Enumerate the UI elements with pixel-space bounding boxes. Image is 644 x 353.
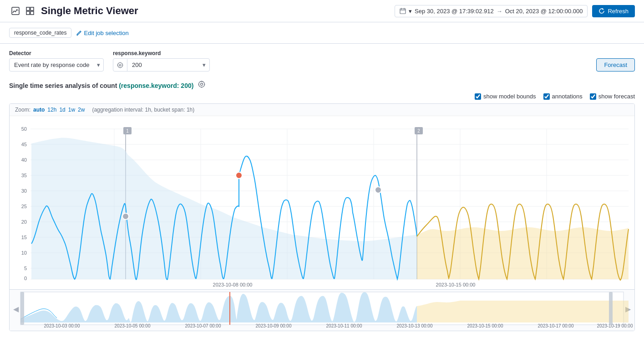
calendar-icon (400, 8, 406, 14)
refresh-button[interactable]: Refresh (592, 5, 635, 17)
svg-point-16 (199, 82, 205, 87)
chart-settings-icon[interactable] (198, 81, 205, 88)
keyword-group: response.keyword 200 ▾ (113, 50, 210, 72)
svg-text:10: 10 (21, 250, 27, 256)
controls-row: Detector Event rate by response code ▾ r… (9, 50, 635, 72)
keyword-settings-icon (113, 59, 127, 71)
date-to: Oct 20, 2023 @ 12:00:00.000 (505, 8, 583, 15)
grid-icon (24, 5, 36, 17)
svg-text:45: 45 (21, 142, 27, 147)
navigator-svg: ◀ ▶ 2023-10-03 00:00 20 (10, 290, 634, 331)
svg-point-11 (119, 64, 121, 66)
svg-text:15: 15 (21, 235, 27, 240)
header: Single Metric Viewer ▾ Sep 30, 2023 @ 17… (0, 0, 644, 22)
zoom-2w[interactable]: 2w (78, 107, 85, 113)
refresh-icon (598, 8, 605, 14)
header-left: Single Metric Viewer (9, 5, 138, 17)
svg-text:2023-10-09 00:00: 2023-10-09 00:00 (256, 323, 292, 328)
main-chart-area[interactable]: 50 45 40 35 30 25 20 15 10 5 0 (10, 116, 634, 289)
svg-text:2023-10-19 00:00: 2023-10-19 00:00 (597, 323, 633, 328)
chart-controls: show model bounds annotations show forec… (9, 93, 635, 100)
svg-text:40: 40 (21, 157, 27, 163)
header-right: ▾ Sep 30, 2023 @ 17:39:02.912 → Oct 20, … (395, 5, 635, 17)
svg-text:2023-10-11 00:00: 2023-10-11 00:00 (326, 323, 362, 328)
chart-title-row: Single time series analysis of count (re… (9, 81, 635, 89)
model-bounds-label: show model bounds (483, 93, 536, 100)
svg-point-17 (201, 83, 203, 86)
svg-text:2023-10-17 00:00: 2023-10-17 00:00 (538, 323, 574, 328)
keyword-label: response.keyword (113, 50, 210, 56)
zoom-1w[interactable]: 1w (68, 107, 75, 113)
detector-select-wrapper: Event rate by response code ▾ (9, 58, 104, 72)
header-icons (9, 5, 36, 17)
forecast-button[interactable]: Forecast (596, 58, 635, 72)
navigator-chart[interactable]: ◀ ▶ 2023-10-03 00:00 20 (10, 289, 634, 331)
svg-text:2: 2 (417, 128, 420, 133)
annotations-checkbox[interactable] (543, 93, 550, 100)
svg-rect-3 (26, 11, 30, 15)
edit-job-link[interactable]: Edit job selection (76, 30, 128, 36)
zoom-1d[interactable]: 1d (59, 107, 65, 113)
zoom-12h[interactable]: 12h (47, 107, 56, 113)
zoom-label: Zoom: (15, 107, 30, 113)
annotations-checkbox-item: annotations (543, 93, 583, 100)
chart-outer: Zoom: auto 12h 1d 1w 2w (aggregation int… (9, 103, 635, 331)
sub-header: response_code_rates Edit job selection (0, 22, 644, 44)
page-title: Single Metric Viewer (41, 5, 138, 17)
annotations-label: annotations (552, 93, 583, 100)
svg-text:50: 50 (21, 126, 27, 132)
svg-rect-0 (12, 7, 19, 15)
svg-text:20: 20 (21, 219, 27, 225)
model-bounds-checkbox[interactable] (475, 93, 481, 100)
chart-title-highlight: (response.keyword: 200) (119, 82, 193, 89)
detector-select[interactable]: Event rate by response code (9, 58, 104, 72)
forecast-checkbox-item: show forecast (590, 93, 635, 100)
date-range-picker[interactable]: ▾ Sep 30, 2023 @ 17:39:02.912 → Oct 20, … (395, 5, 588, 17)
svg-rect-76 (20, 292, 24, 325)
svg-text:5: 5 (24, 266, 27, 271)
svg-text:2023-10-15 00:00: 2023-10-15 00:00 (467, 323, 503, 328)
svg-text:2023-10-13 00:00: 2023-10-13 00:00 (397, 323, 433, 328)
svg-text:0: 0 (24, 276, 27, 281)
model-bounds-checkbox-item: show model bounds (475, 93, 536, 100)
svg-point-59 (375, 187, 381, 193)
svg-text:30: 30 (21, 188, 27, 194)
chart-section: Single time series analysis of count (re… (0, 76, 644, 336)
date-from: Sep 30, 2023 @ 17:39:02.912 (415, 8, 494, 15)
svg-point-57 (236, 172, 242, 179)
svg-rect-2 (30, 7, 34, 10)
date-arrow: → (497, 8, 502, 15)
svg-text:2023-10-08 00:00: 2023-10-08 00:00 (213, 282, 253, 287)
forecast-label: show forecast (598, 93, 635, 100)
svg-point-58 (122, 213, 129, 220)
chart-title-static: Single time series analysis of count (9, 82, 117, 89)
detector-group: Detector Event rate by response code ▾ (9, 50, 104, 72)
svg-text:2023-10-07 00:00: 2023-10-07 00:00 (185, 323, 221, 328)
detector-label: Detector (9, 50, 104, 56)
svg-rect-77 (609, 292, 613, 325)
svg-text:1: 1 (126, 128, 129, 133)
svg-text:35: 35 (21, 173, 27, 178)
svg-text:2023-10-03 00:00: 2023-10-03 00:00 (44, 323, 80, 328)
svg-text:2023-10-15 00:00: 2023-10-15 00:00 (436, 282, 476, 287)
calendar-dropdown-arrow: ▾ (409, 8, 412, 15)
agg-info: (aggregation interval: 1h, bucket span: … (92, 107, 194, 113)
chart-toolbar: Zoom: auto 12h 1d 1w 2w (aggregation int… (10, 104, 634, 116)
svg-rect-5 (400, 9, 406, 14)
keyword-select-wrapper: 200 ▾ (113, 58, 210, 72)
chart-icon (9, 5, 22, 17)
forecast-checkbox[interactable] (590, 93, 596, 100)
svg-point-10 (118, 62, 123, 67)
svg-rect-1 (26, 7, 30, 10)
svg-text:◀: ◀ (13, 305, 19, 313)
controls-section: Detector Event rate by response code ▾ r… (0, 44, 644, 76)
keyword-select[interactable]: 200 (127, 59, 209, 71)
job-badge: response_code_rates (9, 28, 71, 38)
svg-text:25: 25 (21, 204, 27, 209)
svg-text:2023-10-05 00:00: 2023-10-05 00:00 (115, 323, 151, 328)
svg-rect-4 (30, 11, 34, 15)
edit-icon (76, 30, 82, 36)
zoom-auto[interactable]: auto (33, 107, 45, 113)
main-chart-svg: 50 45 40 35 30 25 20 15 10 5 0 (10, 116, 634, 289)
